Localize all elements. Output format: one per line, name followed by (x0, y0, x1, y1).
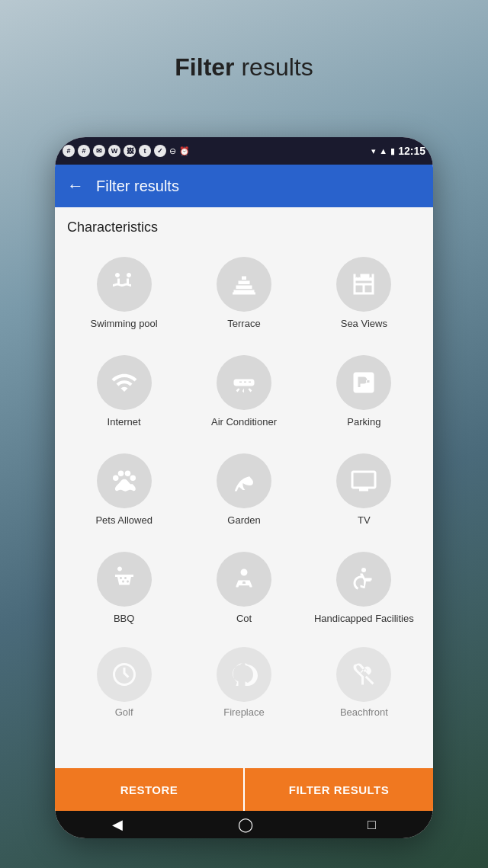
app-bar: ← Filter results (55, 165, 433, 207)
feature-air-conditioner[interactable]: Air Conditioner (187, 346, 300, 438)
nav-back-icon[interactable]: ◀ (112, 816, 123, 833)
garden-label: Garden (227, 514, 260, 527)
golf-label: Golf (115, 706, 133, 718)
feature-handicapped[interactable]: Handicapped Facilities (307, 543, 421, 635)
feature-golf-partial[interactable]: Golf (67, 641, 181, 718)
feature-swimming-pool[interactable]: Swimming pool (67, 248, 181, 340)
status-icon-check: ✓ (154, 145, 166, 157)
feature-cot[interactable]: Cot (187, 543, 300, 635)
beachfront-label: Beachfront (340, 706, 388, 718)
pets-icon (111, 467, 138, 495)
feature-fireplace-partial[interactable]: Fireplace (187, 641, 300, 718)
svg-point-4 (361, 568, 366, 572)
nav-home-icon[interactable]: ◯ (238, 816, 253, 833)
swimming-pool-label: Swimming pool (91, 318, 158, 331)
parking-icon-circle (336, 355, 391, 410)
signal-icon: ▲ (379, 146, 387, 155)
tv-label: TV (358, 514, 371, 527)
cot-icon (230, 565, 258, 593)
terrace-icon-circle (217, 257, 271, 312)
nav-bar: ◀ ◯ □ (55, 811, 433, 838)
status-icon-msg: ✉ (93, 145, 105, 157)
battery-icon: ▮ (390, 146, 395, 156)
sea-views-label: Sea Views (341, 318, 387, 331)
svg-point-0 (113, 475, 119, 481)
beachfront-icon (350, 661, 377, 688)
feature-terrace[interactable]: Terrace (187, 248, 300, 340)
fireplace-icon (230, 661, 258, 688)
feature-pets-allowed[interactable]: Pets Allowed (67, 444, 181, 536)
feature-parking[interactable]: Parking (307, 346, 421, 438)
sea-views-icon-circle (336, 257, 391, 312)
ac-icon-circle (217, 355, 271, 410)
golf-icon (111, 661, 138, 688)
tv-icon-circle (336, 453, 391, 508)
status-minus-icon: ⊖ (169, 146, 176, 156)
garden-icon (230, 467, 258, 495)
tv-icon (350, 467, 377, 495)
internet-icon-circle (97, 355, 152, 410)
bbq-label: BBQ (114, 613, 134, 626)
back-button[interactable]: ← (67, 176, 84, 196)
svg-point-2 (124, 470, 130, 476)
garden-icon-circle (217, 453, 271, 508)
status-icon-1: # (63, 145, 75, 157)
phone-shell: # # ✉ W 🖼 t ✓ ⊖ ⏰ ▾ ▲ ▮ 12:15 ← Filter r… (55, 137, 433, 838)
partial-features-row: Golf Fireplace Beachfront (67, 641, 421, 718)
parking-icon (350, 369, 377, 396)
section-title: Characteristics (67, 219, 421, 235)
terrace-icon (230, 271, 258, 298)
ac-label: Air Conditioner (211, 416, 277, 429)
pets-icon-circle (97, 453, 152, 508)
page-title-area: Filter results (0, 53, 488, 82)
wifi-icon: ▾ (371, 146, 376, 156)
feature-sea-views[interactable]: Sea Views (307, 248, 421, 340)
features-grid: Swimming pool Terrace Sea Views (67, 248, 421, 635)
bottom-buttons: RESTORE FILTER RESULTS (55, 768, 433, 811)
page-title-normal: results (235, 53, 313, 81)
status-time: 12:15 (398, 145, 425, 157)
app-bar-title: Filter results (96, 178, 179, 195)
fireplace-label: Fireplace (223, 706, 264, 718)
filter-results-button[interactable]: FILTER RESULTS (245, 768, 433, 811)
handicapped-icon-circle (336, 552, 391, 607)
cot-icon-circle (217, 552, 271, 607)
bbq-icon (111, 565, 138, 593)
nav-recent-icon[interactable]: □ (368, 817, 376, 833)
content-area: Characteristics Swimming pool Terra (55, 207, 433, 768)
swimming-pool-icon-circle (97, 257, 152, 312)
handicapped-icon (350, 565, 377, 593)
bbq-icon-circle (97, 552, 152, 607)
internet-label: Internet (108, 416, 141, 429)
status-alarm-icon: ⏰ (179, 146, 190, 156)
wifi-icon (111, 369, 138, 396)
parking-label: Parking (347, 416, 380, 429)
page-title-bold: Filter (175, 53, 234, 81)
svg-point-3 (130, 475, 136, 481)
handicapped-label: Handicapped Facilities (314, 613, 414, 626)
pets-label: Pets Allowed (95, 514, 152, 527)
status-icon-tw: t (139, 145, 151, 157)
status-bar: # # ✉ W 🖼 t ✓ ⊖ ⏰ ▾ ▲ ▮ 12:15 (55, 137, 433, 165)
cot-label: Cot (236, 613, 252, 626)
svg-point-1 (117, 470, 124, 476)
status-icon-wa: W (108, 145, 120, 157)
feature-internet[interactable]: Internet (67, 346, 181, 438)
sea-views-icon (350, 271, 377, 298)
feature-beachfront-partial[interactable]: Beachfront (307, 641, 421, 718)
feature-garden[interactable]: Garden (187, 444, 300, 536)
terrace-label: Terrace (227, 318, 260, 331)
status-icons-left: # # ✉ W 🖼 t ✓ ⊖ ⏰ (63, 145, 190, 157)
swimming-pool-icon (111, 271, 138, 298)
golf-icon-circle (97, 647, 152, 702)
status-icons-right: ▾ ▲ ▮ 12:15 (371, 145, 425, 157)
status-icon-2: # (78, 145, 90, 157)
restore-button[interactable]: RESTORE (55, 768, 243, 811)
fireplace-icon-circle (217, 647, 271, 702)
feature-tv[interactable]: TV (307, 444, 421, 536)
beachfront-icon-circle (336, 647, 391, 702)
status-icon-img: 🖼 (124, 145, 136, 157)
feature-bbq[interactable]: BBQ (67, 543, 181, 635)
ac-icon (230, 369, 258, 396)
